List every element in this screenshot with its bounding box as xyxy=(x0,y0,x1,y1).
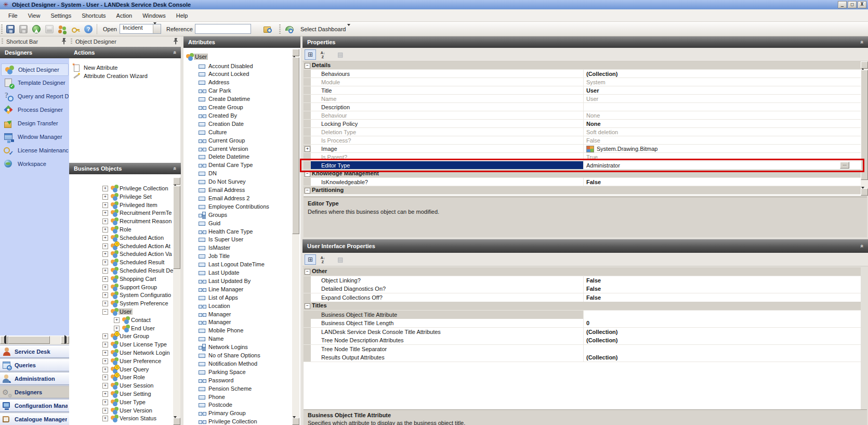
menu-file[interactable]: File xyxy=(3,11,23,20)
expander-icon[interactable]: + xyxy=(102,251,108,257)
scrollbar-thumb[interactable] xyxy=(8,336,50,344)
attribute-item-list-of-apps[interactable]: List of Apps xyxy=(183,294,300,302)
tree-item-user-network-login[interactable]: +User Network Login xyxy=(69,349,180,357)
property-row-detailed-diagnostics-on[interactable]: Detailed Diagnostics On?False xyxy=(304,285,861,293)
tree-item-user[interactable]: −User xyxy=(69,308,180,316)
sidebar-item-license-maintenanc[interactable]: License Maintenanc xyxy=(1,145,69,157)
tree-item-shopping-cart[interactable]: +Shopping Cart xyxy=(69,275,180,283)
tree-item-user-query[interactable]: +!User Query xyxy=(69,366,180,374)
attribute-item-current-version[interactable]: Current Version xyxy=(183,145,300,153)
attribute-item-privilege-collection[interactable]: Privilege Collection xyxy=(183,418,300,425)
group-button-catalogue-manager[interactable]: Catalogue Manager xyxy=(0,413,69,425)
collapse-icon[interactable]: − xyxy=(305,303,310,309)
menu-action[interactable]: Action xyxy=(111,11,138,20)
collapse-icon[interactable]: − xyxy=(305,269,310,275)
pin-icon[interactable] xyxy=(173,38,178,45)
expander-icon[interactable]: + xyxy=(114,317,120,323)
tree-item-user[interactable]: User xyxy=(183,53,300,61)
sidebar-item-window-manager[interactable]: Window Manager xyxy=(1,131,69,144)
property-row-locking-policy[interactable]: Locking PolicyNone xyxy=(304,120,861,128)
menu-windows[interactable]: Windows xyxy=(137,11,171,20)
expander-icon[interactable]: + xyxy=(102,218,108,224)
expander-icon[interactable]: + xyxy=(102,408,108,414)
tree-item-scheduled-action-va[interactable]: +Scheduled Action Va xyxy=(69,250,180,258)
save-button[interactable] xyxy=(4,23,17,35)
property-row-editor-type[interactable]: Editor TypeAdministrator... xyxy=(304,161,861,170)
alphabetical-button[interactable]: A↓ Z xyxy=(317,254,328,265)
property-row-landesk-service-desk-console-title-attributes[interactable]: LANDesk Service Desk Console Title Attri… xyxy=(304,328,861,337)
pin-icon[interactable] xyxy=(61,38,67,45)
tree-item-recruitment-permte[interactable]: +Recruitment PermTe xyxy=(69,209,180,217)
expander-icon[interactable]: + xyxy=(102,375,108,380)
tree-item-user-type[interactable]: +User Type xyxy=(69,398,180,406)
attribute-item-creation-date[interactable]: Creation Date xyxy=(183,120,300,128)
property-row-business-object-title-length[interactable]: Business Object Title Length0 xyxy=(304,319,861,328)
tree-item-user-version[interactable]: +User Version xyxy=(69,407,180,415)
attribute-item-manager[interactable]: Manager xyxy=(183,318,300,326)
expander-icon[interactable]: + xyxy=(102,358,108,364)
toolbar-grip[interactable] xyxy=(1,24,3,34)
expander-icon[interactable]: + xyxy=(102,333,108,339)
tree-item-system-preference[interactable]: +System Preference xyxy=(69,300,180,307)
expander-icon[interactable]: + xyxy=(102,235,108,241)
attribute-item-email-address-2[interactable]: Email Address 2 xyxy=(183,195,300,202)
restore-button[interactable]: □ xyxy=(848,1,857,8)
properties-scrollbar[interactable] xyxy=(861,61,868,196)
collapse-icon[interactable]: − xyxy=(305,63,310,69)
business-objects-header[interactable]: Business Objects « xyxy=(69,163,181,174)
property-row-deletion-type[interactable]: Deletion TypeSoft deletion xyxy=(304,128,861,136)
menu-shortcuts[interactable]: Shortcuts xyxy=(76,11,111,20)
expander-icon[interactable]: + xyxy=(102,285,108,290)
property-category-knowledge-management[interactable]: −Knowledge Management xyxy=(304,170,861,178)
scrollbar-thumb[interactable] xyxy=(292,57,299,234)
group-button-designers[interactable]: Designers xyxy=(0,385,69,398)
tree-item-user-license-type[interactable]: +User License Type xyxy=(69,341,180,349)
help-button[interactable]: ? xyxy=(82,23,95,35)
scrollbar-thumb[interactable] xyxy=(861,70,868,180)
scrollbar-thumb[interactable] xyxy=(173,186,180,269)
open-combobox[interactable]: Incident xyxy=(120,24,161,34)
reference-input[interactable] xyxy=(195,24,251,34)
expander-icon[interactable]: + xyxy=(102,367,108,372)
menu-help[interactable]: Help xyxy=(171,11,193,20)
attribute-item-delete-datetime[interactable]: Delete Datetime xyxy=(183,153,300,161)
expander-icon[interactable]: + xyxy=(102,400,108,405)
attribute-item-create-datetime[interactable]: Create Datetime xyxy=(183,95,300,103)
sidebar-item-template-designer[interactable]: Template Designer xyxy=(1,77,69,89)
attribute-item-dental-care-type[interactable]: Dental Care Type xyxy=(183,161,300,169)
expander-icon[interactable]: + xyxy=(102,268,108,274)
attribute-item-groups[interactable]: Groups xyxy=(183,211,300,219)
attribute-item-pension-scheme[interactable]: Pension Scheme xyxy=(183,385,300,393)
property-row-isknowledgeable[interactable]: IsKnowledgeable?False xyxy=(304,178,861,186)
tree-item-support-group[interactable]: +Support Group xyxy=(69,284,180,291)
attribute-item-location[interactable]: Location xyxy=(183,302,300,310)
business-objects-scrollbar[interactable] xyxy=(173,177,180,425)
attribute-item-dn[interactable]: DN xyxy=(183,170,300,177)
group-button-queries[interactable]: Queries xyxy=(0,358,69,371)
attribute-item-account-disabled[interactable]: Account Disabled xyxy=(183,62,300,70)
scroll-left-arrow[interactable] xyxy=(0,336,8,344)
scroll-down-arrow[interactable] xyxy=(861,188,868,196)
attribute-item-employee-contributions[interactable]: Employee Contributions xyxy=(183,203,300,211)
menu-view[interactable]: View xyxy=(23,11,46,20)
expander-icon[interactable]: + xyxy=(102,243,108,249)
expander-icon[interactable]: + xyxy=(102,227,108,233)
tree-item-version-status[interactable]: +Version Status xyxy=(69,415,180,422)
tree-item-scheduled-result[interactable]: +Scheduled Result xyxy=(69,259,180,266)
toolbar-grip[interactable] xyxy=(279,24,281,34)
expand-icon[interactable]: + xyxy=(305,146,310,152)
shortcut-horizontal-scrollbar[interactable] xyxy=(0,336,69,344)
collapse-chevron-icon[interactable]: « xyxy=(859,41,865,44)
sidebar-item-query-and-report-d[interactable]: Query and Report D xyxy=(1,91,69,103)
property-category-partitioning[interactable]: −Partitioning xyxy=(304,186,861,195)
property-row-is-process[interactable]: Is Process?False xyxy=(304,136,861,145)
chevron-down-icon[interactable] xyxy=(347,26,350,32)
attribute-item-name[interactable]: Name xyxy=(183,335,300,343)
categorized-button[interactable]: ⊞ xyxy=(305,254,316,265)
attribute-item-current-group[interactable]: Current Group xyxy=(183,137,300,145)
scroll-down-arrow[interactable] xyxy=(292,418,299,425)
tree-item-privilege-set[interactable]: +Privilege Set xyxy=(69,193,180,201)
ellipsis-button[interactable]: ... xyxy=(840,162,849,169)
scroll-up-arrow[interactable] xyxy=(292,49,299,56)
scroll-right-arrow[interactable] xyxy=(61,336,69,344)
